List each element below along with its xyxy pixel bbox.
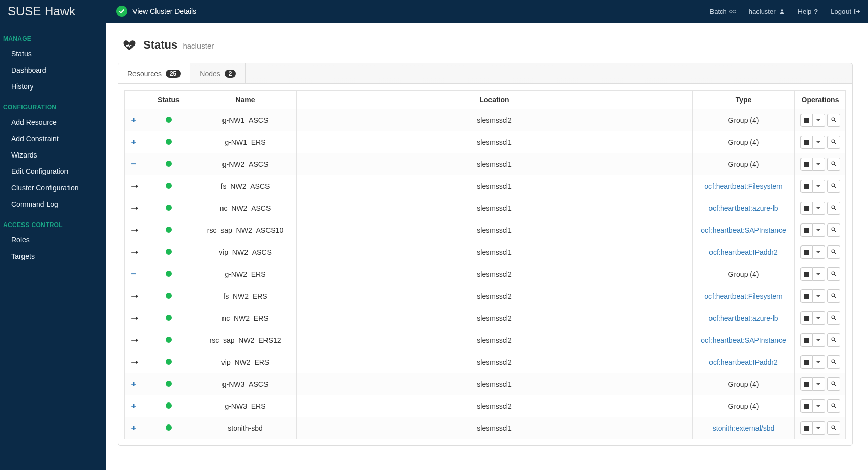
sidebar-item-add-constraint[interactable]: Add Constraint [0, 130, 106, 147]
details-button[interactable] [827, 245, 840, 259]
expand-icon[interactable]: + [130, 115, 138, 125]
svg-line-43 [834, 362, 836, 364]
expand-icon[interactable]: + [130, 379, 138, 389]
sidebar-item-cluster-configuration[interactable]: Cluster Configuration [0, 180, 106, 196]
stop-button[interactable] [800, 180, 813, 193]
resource-type-link[interactable]: ocf:heartbeat:SAPInstance [701, 226, 786, 234]
resource-type-link[interactable]: stonith:external/sbd [713, 424, 774, 432]
actions-dropdown[interactable] [813, 223, 825, 237]
details-button[interactable] [827, 158, 840, 171]
actions-dropdown[interactable] [813, 267, 825, 281]
child-arrow-icon [131, 358, 138, 366]
caret-down-icon [816, 427, 820, 429]
resource-type-link[interactable]: ocf:heartbeat:SAPInstance [701, 336, 786, 344]
stop-button[interactable] [800, 158, 813, 171]
details-button[interactable] [827, 421, 840, 435]
actions-dropdown[interactable] [813, 245, 825, 259]
heartbeat-icon [123, 38, 136, 52]
stop-button[interactable] [800, 377, 813, 391]
expand-icon[interactable]: + [130, 423, 138, 433]
collapse-icon[interactable]: − [130, 159, 138, 169]
stop-button[interactable] [800, 114, 813, 127]
svg-line-27 [834, 274, 836, 276]
details-button[interactable] [827, 180, 840, 193]
tab-nodes[interactable]: Nodes 2 [190, 63, 246, 83]
stop-button[interactable] [800, 355, 813, 369]
sidebar-item-dashboard[interactable]: Dashboard [0, 62, 106, 78]
stop-icon [804, 206, 809, 211]
resource-type-link[interactable]: ocf:heartbeat:azure-lb [708, 204, 778, 212]
details-button[interactable] [827, 289, 840, 303]
caret-down-icon [816, 163, 820, 165]
details-button[interactable] [827, 311, 840, 325]
details-button[interactable] [827, 114, 840, 127]
stop-button[interactable] [800, 399, 813, 413]
actions-dropdown[interactable] [813, 289, 825, 303]
resource-type-link[interactable]: ocf:heartbeat:azure-lb [708, 314, 778, 322]
stop-button[interactable] [800, 421, 813, 435]
batch-link[interactable]: Batch [710, 8, 736, 15]
page-title-text: Status hacluster [143, 38, 214, 52]
sidebar-item-roles[interactable]: Roles [0, 232, 106, 248]
expand-icon[interactable]: + [130, 137, 138, 147]
svg-marker-15 [136, 207, 138, 210]
stop-button[interactable] [800, 289, 813, 303]
details-button[interactable] [827, 223, 840, 237]
col-expand [125, 91, 143, 109]
operations-group [800, 399, 840, 413]
col-type: Type [693, 91, 795, 109]
stop-button[interactable] [800, 311, 813, 325]
actions-dropdown[interactable] [813, 158, 825, 171]
details-button[interactable] [827, 333, 840, 347]
caret-down-icon [816, 229, 820, 231]
stop-button[interactable] [800, 202, 813, 215]
details-button[interactable] [827, 267, 840, 281]
status-ok-icon [166, 161, 172, 167]
child-arrow-icon [131, 248, 138, 256]
details-button[interactable] [827, 202, 840, 215]
sidebar-item-edit-configuration[interactable]: Edit Configuration [0, 163, 106, 180]
stop-button[interactable] [800, 223, 813, 237]
resource-type-link[interactable]: ocf:heartbeat:Filesystem [704, 182, 783, 190]
user-link[interactable]: hacluster [749, 8, 785, 15]
actions-dropdown[interactable] [813, 377, 825, 391]
logout-link[interactable]: Logout [831, 8, 860, 15]
sidebar-item-status[interactable]: Status [0, 46, 106, 62]
stop-button[interactable] [800, 333, 813, 347]
stop-icon [804, 250, 809, 255]
stop-button[interactable] [800, 267, 813, 281]
sidebar-item-command-log[interactable]: Command Log [0, 196, 106, 212]
brand-logo[interactable]: SUSE Hawk [8, 4, 75, 18]
details-button[interactable] [827, 399, 840, 413]
actions-dropdown[interactable] [813, 399, 825, 413]
sidebar-item-add-resource[interactable]: Add Resource [0, 114, 106, 130]
actions-dropdown[interactable] [813, 114, 825, 127]
svg-marker-37 [136, 339, 138, 342]
actions-dropdown[interactable] [813, 202, 825, 215]
resource-type-link[interactable]: ocf:heartbeat:Filesystem [704, 292, 783, 300]
view-cluster-details-link[interactable]: View Cluster Details [116, 6, 196, 17]
details-button[interactable] [827, 355, 840, 369]
stop-button[interactable] [800, 245, 813, 259]
sidebar-item-targets[interactable]: Targets [0, 248, 106, 264]
details-button[interactable] [827, 377, 840, 391]
resource-type: Group (4) [693, 395, 795, 417]
actions-dropdown[interactable] [813, 333, 825, 347]
expand-icon[interactable]: + [130, 401, 138, 411]
tab-resources[interactable]: Resources 25 [118, 63, 190, 83]
sidebar-heading: MANAGE [0, 32, 106, 46]
collapse-icon[interactable]: − [130, 269, 138, 279]
actions-dropdown[interactable] [813, 180, 825, 193]
sidebar-item-history[interactable]: History [0, 78, 106, 95]
actions-dropdown[interactable] [813, 136, 825, 149]
stop-button[interactable] [800, 136, 813, 149]
actions-dropdown[interactable] [813, 421, 825, 435]
stop-icon [804, 228, 809, 233]
help-link[interactable]: Help ? [798, 8, 818, 15]
actions-dropdown[interactable] [813, 311, 825, 325]
details-button[interactable] [827, 136, 840, 149]
actions-dropdown[interactable] [813, 355, 825, 369]
sidebar-item-wizards[interactable]: Wizards [0, 147, 106, 163]
resource-type-link[interactable]: ocf:heartbeat:IPaddr2 [709, 358, 778, 366]
resource-type-link[interactable]: ocf:heartbeat:IPaddr2 [709, 248, 778, 256]
